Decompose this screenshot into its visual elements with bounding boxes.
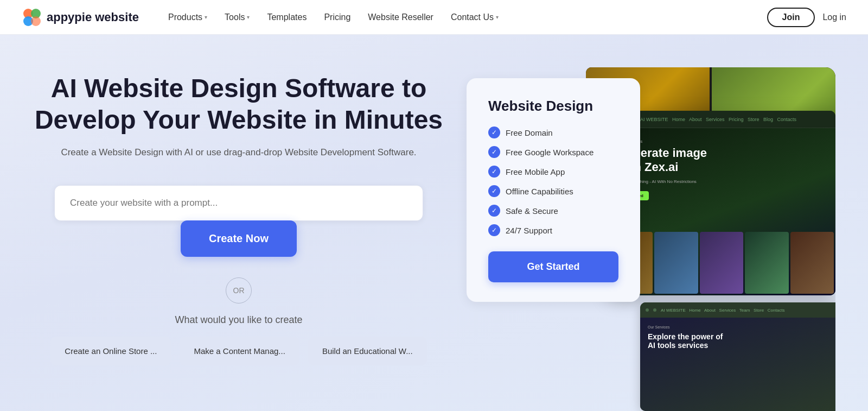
grid-img-2 bbox=[654, 232, 698, 294]
feature-card-title: Website Design bbox=[488, 98, 618, 115]
nav-dot bbox=[646, 308, 649, 312]
or-divider: OR bbox=[226, 277, 252, 303]
feature-item: ✓ Offline Capabilities bbox=[488, 185, 618, 197]
check-icon: ✓ bbox=[488, 205, 500, 217]
logo[interactable]: appypie website bbox=[22, 7, 139, 28]
login-button[interactable]: Log in bbox=[822, 12, 846, 22]
screenshot-content: Our Services Generate imagewith Zex.ai C… bbox=[608, 128, 835, 295]
feature-label: Free Mobile App bbox=[506, 167, 565, 176]
svg-point-3 bbox=[31, 16, 41, 26]
prompt-section: Create Now bbox=[54, 185, 423, 257]
bottom-nav-text: AI WEBSITE Home About Services Team Stor… bbox=[661, 308, 784, 313]
feature-label: Free Google Workspace bbox=[506, 148, 593, 157]
chevron-down-icon: ▾ bbox=[247, 14, 250, 20]
what-create-label: What would you like to create bbox=[175, 314, 302, 326]
screenshot-image-grid bbox=[608, 230, 835, 295]
nav-pricing[interactable]: Pricing bbox=[316, 8, 358, 27]
nav-right: Join Log in bbox=[767, 8, 846, 27]
feature-item: ✓ Free Mobile App bbox=[488, 166, 618, 178]
screenshot-our-services: Our Services bbox=[617, 139, 826, 144]
hero-title: AI Website Design Software to Develop Yo… bbox=[33, 73, 445, 135]
check-icon: ✓ bbox=[488, 127, 500, 138]
prompt-input[interactable] bbox=[54, 185, 423, 221]
get-started-button[interactable]: Get Started bbox=[488, 251, 618, 282]
nav-contact-us[interactable]: Contact Us ▾ bbox=[443, 8, 506, 27]
hero-right: Website Design ✓ Free Domain ✓ Free Goog… bbox=[467, 67, 835, 411]
join-button[interactable]: Join bbox=[767, 8, 815, 27]
feature-list: ✓ Free Domain ✓ Free Google Workspace ✓ … bbox=[488, 127, 618, 236]
check-icon: ✓ bbox=[488, 166, 500, 178]
nav-tools[interactable]: Tools ▾ bbox=[217, 8, 257, 27]
logo-icon bbox=[22, 7, 42, 28]
feature-label: 24/7 Support bbox=[506, 226, 552, 235]
feature-item: ✓ Free Google Workspace bbox=[488, 146, 618, 158]
feature-label: Safe & Secure bbox=[506, 206, 558, 216]
nav-text: AI WEBSITE Home About Services Pricing S… bbox=[640, 117, 796, 122]
quick-btn-store[interactable]: Create an Online Store ... bbox=[50, 337, 171, 365]
nav-templates[interactable]: Templates bbox=[259, 8, 314, 27]
navbar: appypie website Products ▾ Tools ▾ Templ… bbox=[0, 0, 868, 35]
grid-img-4 bbox=[745, 232, 788, 294]
screenshot-bottom-content: Our Services Explore the power ofAI tool… bbox=[640, 318, 835, 411]
hero-subtitle: Create a Website Design with AI or use d… bbox=[61, 147, 416, 158]
grid-img-3 bbox=[700, 232, 743, 294]
nav-products[interactable]: Products ▾ bbox=[161, 8, 215, 27]
feature-card: Website Design ✓ Free Domain ✓ Free Goog… bbox=[467, 78, 640, 302]
feature-label: Offline Capabilities bbox=[506, 187, 573, 196]
screenshot-main-subtitle: Create Anything - AI With No Restriction… bbox=[617, 179, 826, 184]
feature-item: ✓ 24/7 Support bbox=[488, 224, 618, 236]
create-now-button[interactable]: Create Now bbox=[181, 220, 297, 257]
screenshot-bottom-nav: AI WEBSITE Home About Services Team Stor… bbox=[640, 302, 835, 318]
nav-dot bbox=[653, 308, 656, 312]
quick-buttons: Create an Online Store ... Make a Conten… bbox=[50, 337, 426, 365]
hero-section: AI Website Design Software to Develop Yo… bbox=[0, 35, 868, 411]
check-icon: ✓ bbox=[488, 146, 500, 158]
nav-links: Products ▾ Tools ▾ Templates Pricing Web… bbox=[161, 8, 767, 27]
screenshot-bottom: AI WEBSITE Home About Services Team Stor… bbox=[640, 302, 835, 411]
grid-img-5 bbox=[790, 232, 834, 294]
check-icon: ✓ bbox=[488, 224, 500, 236]
chevron-down-icon: ▾ bbox=[205, 14, 207, 20]
quick-btn-edu[interactable]: Build an Educational W... bbox=[308, 337, 427, 365]
check-icon: ✓ bbox=[488, 185, 500, 197]
hero-left: AI Website Design Software to Develop Yo… bbox=[33, 67, 445, 411]
screenshot-nav: AI WEBSITE Home About Services Pricing S… bbox=[608, 111, 835, 128]
screenshot-main: AI WEBSITE Home About Services Pricing S… bbox=[608, 111, 835, 295]
brand-name: appypie website bbox=[47, 10, 139, 24]
feature-item: ✓ Safe & Secure bbox=[488, 205, 618, 217]
feature-label: Free Domain bbox=[506, 128, 553, 137]
feature-item: ✓ Free Domain bbox=[488, 127, 618, 138]
bottom-nav-label: Our Services bbox=[648, 325, 835, 329]
quick-btn-cms[interactable]: Make a Content Manag... bbox=[180, 337, 299, 365]
bottom-title: Explore the power ofAI tools services bbox=[648, 332, 835, 350]
screenshot-main-title: Generate imagewith Zex.ai bbox=[617, 146, 826, 175]
chevron-down-icon: ▾ bbox=[496, 14, 499, 20]
nav-website-reseller[interactable]: Website Reseller bbox=[360, 8, 441, 27]
